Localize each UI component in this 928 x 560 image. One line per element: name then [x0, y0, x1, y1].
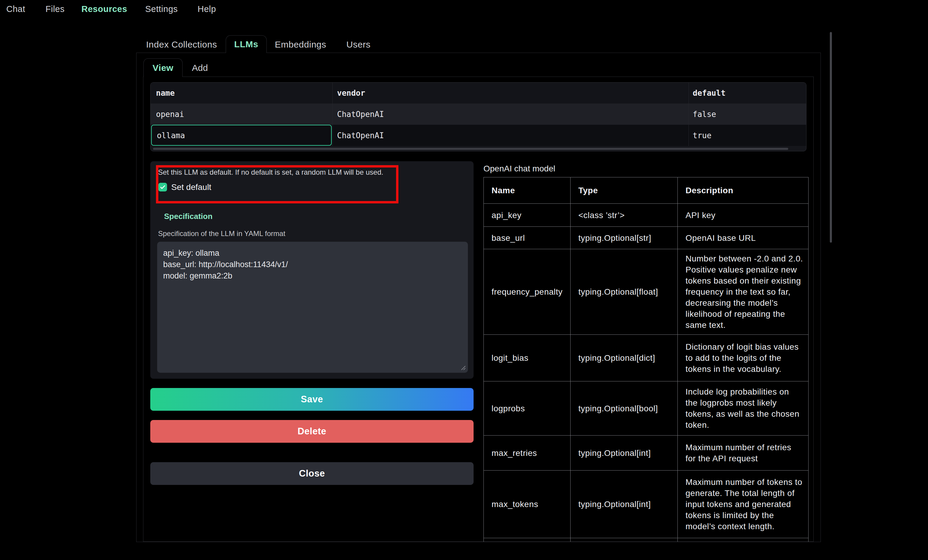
model-doc-title: OpenAI chat model	[484, 163, 555, 174]
doc-cell-name: logit_bias	[484, 335, 571, 381]
nav-help[interactable]: Help	[198, 4, 216, 14]
doc-cell-name: max_retries	[484, 435, 571, 470]
nav-files[interactable]: Files	[46, 4, 65, 14]
doc-cell-name: base_url	[484, 227, 571, 249]
doc-col-name: Name	[484, 177, 571, 204]
doc-header-row: Name Type Description	[484, 177, 809, 204]
set-default-checkbox[interactable]	[158, 183, 167, 192]
default-hint-text: Set this LLM as default. If no default i…	[158, 168, 383, 177]
page-scrollbar-thumb[interactable]	[830, 32, 832, 243]
doc-cell-type: typing.Optional[float]	[571, 249, 678, 335]
doc-row-logit-bias: logit_bias typing.Optional[dict] Diction…	[484, 335, 809, 381]
llm-row-openai[interactable]: openai ChatOpenAI false	[151, 103, 806, 125]
llm-row-openai-default[interactable]: false	[693, 103, 716, 125]
doc-row-logprobs: logprobs typing.Optional[bool] Include l…	[484, 381, 809, 435]
doc-cell-desc: Number between -2.0 and 2.0. Positive va…	[678, 249, 809, 335]
subtab-view-label: View	[153, 63, 174, 73]
save-button[interactable]: Save	[150, 388, 473, 411]
llm-row-openai-vendor[interactable]: ChatOpenAI	[337, 103, 384, 125]
doc-row-max-tokens: max_tokens typing.Optional[int] Maximum …	[484, 470, 809, 538]
yaml-format-hint: Specification of the LLM in YAML format	[158, 229, 285, 239]
llm-col-name[interactable]: name	[156, 82, 175, 103]
llm-table: name vendor default openai ChatOpenAI fa…	[150, 82, 806, 151]
doc-cell-type: typing.Optional[int]	[571, 435, 678, 470]
llm-col-default[interactable]: default	[693, 82, 726, 103]
doc-row-api-key: api_key <class ’str’> API key	[484, 204, 809, 227]
textarea-resize-handle[interactable]	[459, 364, 466, 370]
nav-settings[interactable]: Settings	[145, 4, 178, 14]
doc-cell-desc: Maximum number of tokens to generate. Th…	[678, 470, 809, 538]
doc-row-frequency-penalty: frequency_penalty typing.Optional[float]…	[484, 249, 809, 335]
set-default-label[interactable]: Set default	[171, 182, 211, 192]
doc-cell-type: typing.Optional[dict]	[571, 335, 678, 381]
tab-llms[interactable]: LLMs	[226, 35, 267, 53]
checkmark-icon	[160, 184, 166, 190]
doc-cell-desc: Include log probabilities on the logprob…	[678, 381, 809, 435]
doc-cell-desc: API key	[678, 204, 809, 227]
tab-embeddings[interactable]: Embeddings	[275, 39, 326, 50]
llm-table-header: name vendor default	[151, 82, 806, 103]
doc-cell-type: typing.Optional[bool]	[571, 381, 678, 435]
subtab-view[interactable]: View	[143, 58, 183, 77]
llm-table-hscrollbar[interactable]	[153, 148, 788, 150]
delete-button[interactable]: Delete	[150, 420, 473, 443]
doc-cell-desc: Dictionary of logit bias values to add t…	[678, 335, 809, 381]
doc-cell-name: frequency_penalty	[484, 249, 571, 335]
llm-table-col-separator-2	[688, 82, 689, 146]
doc-cell-name: max_tokens	[484, 470, 571, 538]
doc-row-base-url: base_url typing.Optional[str] OpenAI bas…	[484, 227, 809, 249]
doc-cell-type: typing.Optional[str]	[571, 227, 678, 249]
llm-row-ollama-vendor[interactable]: ChatOpenAI	[337, 125, 384, 146]
llm-col-vendor[interactable]: vendor	[337, 82, 365, 103]
doc-row-max-retries: max_retries typing.Optional[int] Maximum…	[484, 435, 809, 470]
doc-col-description: Description	[678, 177, 809, 204]
doc-cell-name: api_key	[484, 204, 571, 227]
tab-users[interactable]: Users	[346, 39, 371, 50]
model-doc-table: Name Type Description api_key <class ’st…	[484, 177, 809, 542]
doc-row-clipped	[484, 538, 809, 542]
doc-cell-type: <class ’str’>	[571, 204, 678, 227]
doc-col-type: Type	[571, 177, 678, 204]
selected-cell-outline	[151, 125, 332, 146]
doc-cell-desc: OpenAI base URL	[678, 227, 809, 249]
doc-cell-name: logprobs	[484, 381, 571, 435]
specification-textarea[interactable]: api_key: ollama base_url: http://localho…	[157, 242, 468, 373]
doc-cell-name	[484, 538, 571, 542]
tab-index-collections[interactable]: Index Collections	[146, 39, 217, 50]
close-button[interactable]: Close	[150, 462, 473, 485]
doc-cell-desc	[678, 538, 809, 542]
llm-row-openai-name[interactable]: openai	[156, 103, 184, 125]
llm-table-col-separator-1	[332, 82, 333, 146]
doc-cell-type: typing.Optional[int]	[571, 470, 678, 538]
tab-llms-label: LLMs	[234, 39, 258, 49]
specification-heading: Specification	[164, 211, 212, 222]
llm-row-ollama-default[interactable]: true	[693, 125, 711, 146]
doc-cell-desc: Maximum number of retries for the API re…	[678, 435, 809, 470]
doc-cell-type	[571, 538, 678, 542]
nav-chat[interactable]: Chat	[6, 4, 25, 14]
nav-resources[interactable]: Resources	[81, 4, 127, 14]
subtab-add[interactable]: Add	[192, 62, 208, 73]
